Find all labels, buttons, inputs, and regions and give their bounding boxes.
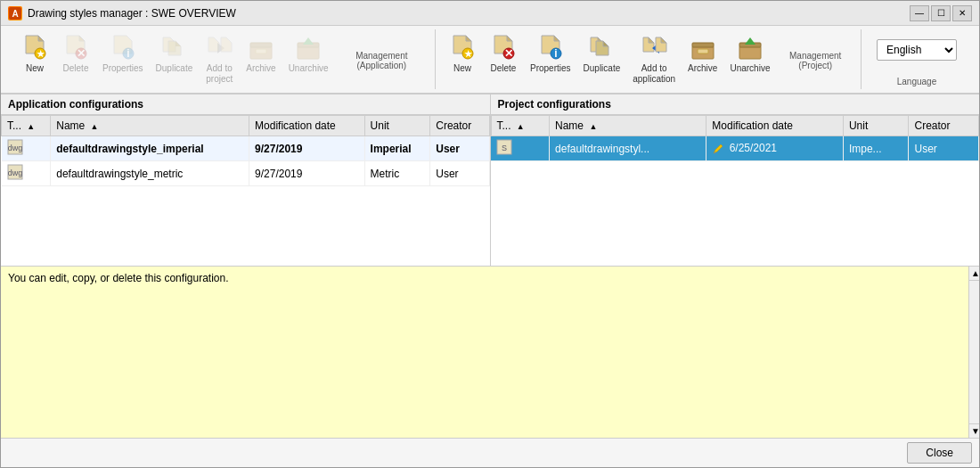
status-scrollbar: ▲ ▼ [968,267,979,438]
bottom-bar: Close [1,438,979,467]
svg-rect-49 [698,49,708,53]
svg-text:S: S [502,144,507,152]
unarchive-app-icon [294,34,323,62]
duplicate-proj-icon [587,34,616,62]
svg-text:dwg: dwg [7,168,22,177]
svg-text:A: A [12,9,18,19]
app-icon: A [8,6,22,21]
proj-col-unit[interactable]: Unit [843,116,909,136]
archive-proj-label: Archive [688,63,717,74]
scroll-down-btn[interactable]: ▼ [969,423,979,438]
new-proj-label: New [453,63,471,74]
archive-app-icon [247,34,275,62]
language-group-label: Language [897,77,937,86]
proj-table-row[interactable]: S defaultdrawingstyl... 6/25/2021 Impe..… [491,136,979,161]
app-table-row[interactable]: dwg defaultdrawingstyle_metric 9/27/2019… [2,161,490,186]
app-row-type: dwg [2,161,51,186]
maximize-button[interactable]: ☐ [931,5,951,21]
content-area: Application configurations T... ▲ Name ▲… [1,94,979,266]
svg-text:✕: ✕ [77,47,86,60]
toolbar-group-project: ★ New ✕ Delete [436,29,862,89]
duplicate-app-button[interactable]: Duplicate [151,30,199,88]
app-col-moddate[interactable]: Modification date [249,116,365,136]
new-proj-button[interactable]: ★ New [443,30,482,88]
archive-proj-icon [689,34,717,62]
new-app-button[interactable]: ★ New [15,30,54,88]
language-group: English French German Spanish Language [862,29,972,89]
delete-app-button[interactable]: ✕ Delete [56,30,95,88]
toolbar-group-application: ★ New ✕ Delete [8,29,436,89]
app-row-unit: Imperial [364,136,430,161]
proj-col-moddate[interactable]: Modification date [706,116,844,136]
duplicate-app-label: Duplicate [156,63,193,74]
archive-app-label: Archive [246,63,275,74]
app-col-creator[interactable]: Creator [430,116,489,136]
app-table-row[interactable]: dwg defaultdrawingstyle_imperial 9/27/20… [2,136,490,161]
svg-marker-41 [603,41,608,46]
svg-text:i: i [554,47,557,60]
archive-app-button[interactable]: Archive [241,30,281,88]
window-title: Drawing styles manager : SWE OVERVIEW [28,7,236,20]
status-bar: You can edit, copy, or delete this confi… [1,267,968,438]
delete-proj-label: Delete [491,63,517,74]
app-col-type[interactable]: T... ▲ [2,116,51,136]
proj-col-creator[interactable]: Creator [909,116,979,136]
proj-sort-arrow-name: ▲ [589,122,597,131]
svg-rect-22 [256,49,266,53]
proj-sort-arrow-type: ▲ [517,122,525,131]
proj-table-header-row: T... ▲ Name ▲ Modification date Unit Cre… [491,116,979,136]
window-close-button[interactable]: ✕ [952,5,972,21]
status-message: You can edit, copy, or delete this confi… [8,272,229,284]
delete-proj-button[interactable]: ✕ Delete [484,30,523,88]
add-to-application-button[interactable]: Add toapplication [627,30,681,88]
svg-marker-27 [466,36,471,41]
close-button[interactable]: Close [907,442,972,464]
duplicate-proj-label: Duplicate [584,63,621,74]
minimize-button[interactable]: — [910,5,929,21]
svg-rect-21 [250,43,272,47]
svg-marker-8 [79,36,85,41]
delete-app-label: Delete [63,63,89,74]
properties-app-button[interactable]: i Properties [97,30,149,88]
svg-marker-25 [303,37,314,45]
proj-row-type: S [491,136,550,161]
svg-marker-46 [661,37,666,43]
duplicate-app-icon [159,34,188,62]
properties-app-icon: i [109,34,137,62]
svg-marker-31 [507,36,512,41]
unarchive-app-button[interactable]: Unarchive [283,30,334,88]
delete-proj-icon: ✕ [489,34,518,62]
proj-configs-table: T... ▲ Name ▲ Modification date Unit Cre… [491,115,980,161]
app-configs-table: T... ▲ Name ▲ Modification date Unit Cre… [1,115,490,186]
properties-proj-button[interactable]: i Properties [525,30,576,88]
svg-rect-50 [739,46,761,59]
add-to-application-label: Add toapplication [633,63,675,85]
status-scroll-wrapper: You can edit, copy, or delete this confi… [1,266,979,438]
left-panel: Application configurations T... ▲ Name ▲… [1,94,491,266]
new-app-icon: ★ [20,34,49,62]
svg-rect-23 [298,46,319,59]
app-col-unit[interactable]: Unit [364,116,430,136]
scroll-up-btn[interactable]: ▲ [969,267,979,281]
properties-proj-icon: i [536,34,565,62]
duplicate-proj-button[interactable]: Duplicate [578,30,626,88]
svg-marker-52 [745,37,755,45]
app-group-label: Management (Application) [336,51,428,70]
language-buttons: English French German Spanish Language [872,29,961,89]
proj-col-name[interactable]: Name ▲ [550,116,706,136]
app-col-name[interactable]: Name ▲ [51,116,249,136]
add-to-project-button[interactable]: Add toproject [200,30,239,88]
language-select[interactable]: English French German Spanish [877,39,957,61]
unarchive-app-label: Unarchive [289,63,329,74]
add-to-project-icon [205,34,233,62]
drawing-style-icon: dwg [7,139,23,155]
svg-text:★: ★ [463,49,472,59]
unarchive-proj-button[interactable]: Unarchive [724,30,775,88]
app-buttons: ★ New ✕ Delete [15,30,334,88]
svg-marker-35 [554,36,559,41]
unarchive-proj-icon [736,34,764,62]
archive-proj-button[interactable]: Archive [682,30,723,88]
toolbar: ★ New ✕ Delete [1,26,979,94]
app-configs-header: Application configurations [1,94,490,115]
proj-col-type[interactable]: T... ▲ [491,116,550,136]
